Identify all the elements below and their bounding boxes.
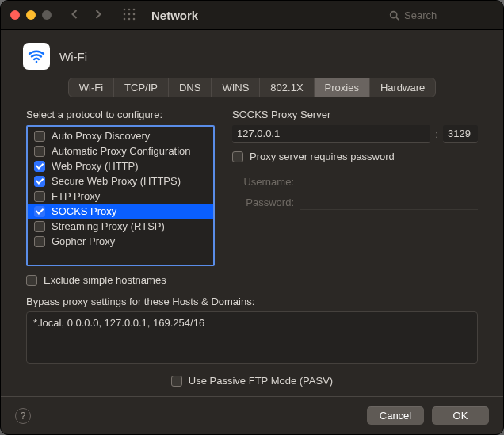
- protocol-checkbox[interactable]: [34, 221, 45, 232]
- protocol-column: Select a protocol to configure: Auto Pro…: [26, 109, 215, 266]
- svg-point-11: [36, 61, 38, 63]
- requires-password-checkbox[interactable]: [232, 151, 243, 162]
- protocol-list-label: Select a protocol to configure:: [26, 109, 215, 120]
- protocol-item[interactable]: Secure Web Proxy (HTTPS): [28, 174, 213, 189]
- search-field[interactable]: Search: [383, 6, 494, 25]
- window-controls: [10, 10, 52, 20]
- show-all-icon[interactable]: [123, 8, 136, 23]
- tab-proxies[interactable]: Proxies: [315, 78, 370, 97]
- passive-ftp-label: Use Passive FTP Mode (PASV): [189, 375, 333, 387]
- search-placeholder: Search: [404, 10, 437, 21]
- tab-dns[interactable]: DNS: [169, 78, 212, 97]
- minimize-window-button[interactable]: [26, 10, 36, 20]
- tab-hardware[interactable]: Hardware: [370, 78, 435, 97]
- protocol-label: Web Proxy (HTTP): [52, 160, 139, 172]
- exclude-hostnames-checkbox[interactable]: [26, 275, 37, 286]
- interface-label: Wi-Fi: [59, 50, 87, 63]
- protocol-list[interactable]: Auto Proxy DiscoveryAutomatic Proxy Conf…: [26, 125, 215, 266]
- protocol-checkbox[interactable]: [34, 236, 45, 247]
- protocol-label: Secure Web Proxy (HTTPS): [52, 175, 181, 187]
- passive-ftp-checkbox[interactable]: [171, 376, 182, 387]
- username-label: Username:: [232, 176, 294, 188]
- protocol-label: Auto Proxy Discovery: [52, 130, 150, 142]
- server-label: SOCKS Proxy Server: [232, 109, 478, 120]
- svg-point-6: [124, 17, 126, 20]
- tab-tcp-ip[interactable]: TCP/IP: [114, 78, 169, 97]
- svg-point-2: [133, 8, 136, 10]
- bypass-textarea[interactable]: [26, 311, 478, 364]
- protocol-checkbox[interactable]: [34, 206, 45, 217]
- nav-arrows: [71, 9, 102, 22]
- protocol-label: Gopher Proxy: [52, 235, 115, 247]
- search-icon: [389, 10, 399, 21]
- back-button[interactable]: [71, 9, 79, 22]
- tab-802-1x[interactable]: 802.1X: [260, 78, 314, 97]
- ok-button[interactable]: OK: [432, 406, 489, 425]
- cancel-button[interactable]: Cancel: [367, 406, 424, 425]
- exclude-hostnames-label: Exclude simple hostnames: [44, 274, 166, 286]
- svg-point-5: [133, 13, 136, 15]
- wifi-icon: [23, 43, 50, 70]
- window-title: Network: [151, 9, 198, 22]
- svg-point-1: [128, 8, 131, 10]
- network-preferences-window: Network Search Wi-Fi Wi-FiTCP/IPDNSWINS8…: [0, 0, 504, 435]
- protocol-checkbox[interactable]: [34, 176, 45, 187]
- svg-line-10: [396, 17, 399, 19]
- proxy-port-input[interactable]: [443, 125, 478, 143]
- tab-wins[interactable]: WINS: [212, 78, 260, 97]
- svg-point-8: [133, 17, 136, 20]
- protocol-label: FTP Proxy: [52, 190, 100, 202]
- protocol-checkbox[interactable]: [34, 191, 45, 202]
- close-window-button[interactable]: [10, 10, 20, 20]
- protocol-item[interactable]: Streaming Proxy (RTSP): [28, 219, 213, 234]
- zoom-window-button[interactable]: [42, 10, 52, 20]
- username-input[interactable]: [300, 174, 478, 189]
- protocol-item[interactable]: Automatic Proxy Configuration: [28, 143, 213, 158]
- toolbar: Network Search: [1, 1, 503, 30]
- protocol-label: Automatic Proxy Configuration: [52, 145, 191, 157]
- protocol-item[interactable]: Gopher Proxy: [28, 234, 213, 249]
- protocol-item[interactable]: Web Proxy (HTTP): [28, 158, 213, 174]
- proxy-host-input[interactable]: [232, 125, 430, 143]
- svg-point-3: [124, 13, 126, 15]
- protocol-checkbox[interactable]: [34, 131, 45, 142]
- tabs-container: Wi-FiTCP/IPDNSWINS802.1XProxiesHardware: [1, 78, 503, 109]
- protocol-item[interactable]: Auto Proxy Discovery: [28, 128, 213, 143]
- main-content: Select a protocol to configure: Auto Pro…: [1, 109, 503, 396]
- protocol-checkbox[interactable]: [34, 161, 45, 172]
- host-port-separator: :: [435, 128, 438, 140]
- password-input[interactable]: [300, 194, 478, 210]
- bypass-label: Bypass proxy settings for these Hosts & …: [26, 296, 478, 307]
- svg-point-4: [128, 13, 131, 15]
- server-column: SOCKS Proxy Server : Proxy server requir…: [232, 109, 478, 266]
- svg-point-9: [391, 11, 397, 17]
- svg-point-0: [124, 8, 126, 10]
- password-label: Password:: [232, 197, 294, 208]
- protocol-item[interactable]: FTP Proxy: [28, 189, 213, 204]
- tab-wi-fi[interactable]: Wi-Fi: [69, 78, 114, 97]
- tabbar: Wi-FiTCP/IPDNSWINS802.1XProxiesHardware: [68, 78, 437, 97]
- protocol-checkbox[interactable]: [34, 146, 45, 157]
- pane-header: Wi-Fi: [1, 30, 503, 78]
- protocol-label: SOCKS Proxy: [52, 205, 116, 217]
- protocol-label: Streaming Proxy (RTSP): [52, 220, 165, 232]
- footer: ? Cancel OK: [1, 396, 503, 434]
- svg-point-7: [128, 17, 131, 20]
- protocol-item[interactable]: SOCKS Proxy: [28, 204, 213, 219]
- help-button[interactable]: ?: [15, 408, 31, 424]
- forward-button[interactable]: [94, 9, 102, 22]
- requires-password-label: Proxy server requires password: [250, 151, 395, 162]
